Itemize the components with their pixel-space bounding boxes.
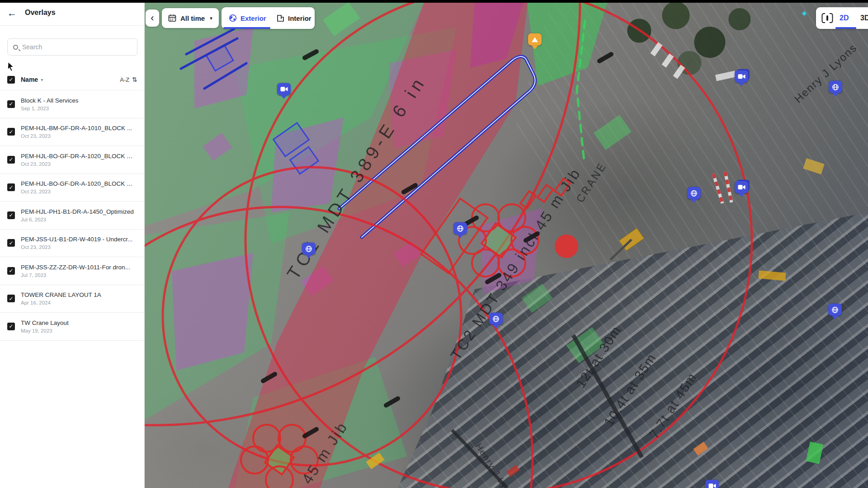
map-label-henry-lyons: Henry J Lyons: [792, 41, 859, 105]
map-overlay-graphics: TC1 MDT 389-E 6 in TC2 MDT 349 incl 45 m…: [145, 0, 868, 488]
sort-arrows-icon: ⇅: [132, 76, 137, 83]
list-item[interactable]: ✓ Block K - All Services Sep 1, 2023: [0, 90, 145, 118]
collapse-panel-button[interactable]: ‹: [146, 9, 159, 27]
tab-interior-label: Interior: [288, 14, 311, 22]
list-item[interactable]: ✓ PEM-HJL-PH1-B1-DR-A-1450_Optimized Jul…: [0, 202, 145, 230]
back-arrow-icon[interactable]: ←: [7, 8, 17, 18]
360-view-marker[interactable]: [302, 243, 316, 255]
item-date: May 19, 2023: [21, 328, 136, 333]
floor-plan-icon: [277, 14, 284, 22]
list-item[interactable]: ✓ PEM-HJL-BM-GF-DR-A-1010_BLOCK ... Oct …: [0, 118, 145, 146]
item-name: PEM-HJL-BO-GF-DR-A-1020_BLOCK O...: [21, 180, 136, 187]
video-camera-marker[interactable]: [735, 181, 748, 193]
active-view-underline: [835, 27, 856, 29]
panel-header: ← Overlays: [0, 0, 144, 26]
exterior-interior-tabs: Exterior Interior: [222, 7, 315, 29]
video-camera-icon: [280, 86, 288, 92]
item-checkbox[interactable]: ✓: [7, 183, 15, 191]
video-camera-icon: [708, 483, 716, 488]
map-label-10t: 10.4t at 35m: [601, 351, 659, 429]
video-camera-icon: [738, 184, 745, 190]
item-checkbox[interactable]: ✓: [7, 239, 15, 247]
tab-exterior-label: Exterior: [241, 14, 266, 22]
360-globe-icon: [457, 225, 464, 232]
item-checkbox[interactable]: ✓: [7, 267, 15, 275]
360-globe-icon: [690, 189, 698, 197]
item-name: TW Crane Layout: [21, 319, 136, 326]
overlay-list: ✓ Block K - All Services Sep 1, 2023 ✓ P…: [0, 90, 145, 341]
search-box[interactable]: [7, 38, 137, 56]
select-all-checkbox[interactable]: ✓: [7, 76, 15, 84]
calendar-icon: [168, 14, 176, 22]
video-camera-marker[interactable]: [705, 480, 719, 488]
360-view-marker[interactable]: [829, 81, 842, 93]
view-toggle-2d[interactable]: 2D: [840, 7, 849, 29]
video-camera-marker[interactable]: [735, 70, 748, 83]
video-camera-marker[interactable]: [277, 83, 291, 95]
panel-title: Overlays: [25, 9, 56, 17]
360-view-marker[interactable]: [687, 187, 701, 199]
active-tab-underline: [223, 27, 270, 29]
tab-exterior[interactable]: Exterior: [229, 7, 266, 29]
360-view-marker[interactable]: [453, 222, 467, 235]
item-checkbox[interactable]: ✓: [7, 128, 15, 136]
360-globe-icon: [305, 245, 312, 252]
warning-triangle-icon: [531, 36, 538, 42]
item-date: Oct 23, 2023: [21, 189, 136, 194]
item-date: Sep 1, 2023: [21, 106, 136, 111]
360-view-marker[interactable]: [828, 304, 842, 316]
name-column-label[interactable]: Name: [21, 76, 38, 83]
list-item[interactable]: ✓ TW Crane Layout May 19, 2023: [0, 313, 145, 341]
split-view-icon[interactable]: [821, 13, 833, 23]
list-item[interactable]: ✓ PEM-HJL-BO-GF-DR-A-1020_BLOCK O... Oct…: [0, 146, 145, 174]
item-date: Oct 23, 2023: [21, 244, 136, 250]
list-item[interactable]: ✓ PEM-JSS-ZZ-ZZ-DR-W-1011-For dron... Ju…: [0, 257, 145, 285]
item-checkbox[interactable]: ✓: [7, 156, 15, 164]
time-filter-button[interactable]: All time ▾: [162, 8, 219, 28]
sparkle-icon: ✦: [801, 9, 807, 19]
search-input[interactable]: [22, 43, 122, 51]
360-globe-icon: [832, 83, 839, 90]
item-checkbox[interactable]: ✓: [7, 323, 15, 330]
item-name: PEM-HJL-PH1-B1-DR-A-1450_Optimized: [21, 208, 136, 215]
video-camera-icon: [738, 74, 745, 80]
list-item[interactable]: ✓ PEM-HJL-BO-GF-DR-A-1020_BLOCK O... Oct…: [0, 174, 145, 202]
map-label-crane: CRANE: [574, 160, 609, 204]
item-checkbox[interactable]: ✓: [7, 211, 15, 219]
list-header: ✓ Name ▾ A-Z ⇅: [0, 69, 145, 90]
item-date: Jul 6, 2023: [21, 217, 136, 222]
360-globe-icon: [492, 315, 500, 322]
top-black-bar: [0, 0, 868, 3]
360-view-marker[interactable]: [489, 313, 503, 325]
chevron-down-icon: ▾: [210, 15, 212, 21]
item-checkbox[interactable]: ✓: [7, 295, 15, 302]
360-globe-icon: [831, 306, 839, 313]
sort-control[interactable]: A-Z ⇅: [120, 76, 137, 83]
warning-marker[interactable]: [528, 33, 542, 46]
item-name: Block K - All Services: [21, 97, 136, 104]
time-filter-label: All time: [180, 14, 205, 22]
item-date: Apr 16, 2024: [21, 300, 136, 305]
item-name: PEM-HJL-BO-GF-DR-A-1020_BLOCK O...: [21, 153, 136, 160]
tab-interior[interactable]: Interior: [277, 7, 311, 29]
item-name: TOWER CRANE LAYOUT 1A: [21, 291, 136, 298]
list-item[interactable]: ✓ TOWER CRANE LAYOUT 1A Apr 16, 2024: [0, 285, 145, 313]
view-mode-toggle: 2D 3D: [816, 7, 868, 29]
item-date: Jul 7, 2023: [21, 272, 136, 278]
globe-icon: [229, 14, 237, 22]
map-label-tc2: TC2 MDT 349 incl 45 m Jib: [447, 164, 584, 363]
chevron-down-icon: ▾: [41, 77, 43, 82]
item-checkbox[interactable]: ✓: [7, 100, 15, 108]
item-name: PEM-JSS-ZZ-ZZ-DR-W-1011-For dron...: [21, 264, 136, 271]
overlays-panel: ← Overlays ✓ Name ▾ A-Z ⇅ ✓ Block K - Al…: [0, 0, 145, 488]
item-name: PEM-HJL-BM-GF-DR-A-1010_BLOCK ...: [21, 125, 136, 131]
map-canvas[interactable]: TC1 MDT 389-E 6 in TC2 MDT 349 incl 45 m…: [145, 0, 868, 488]
search-icon: [13, 45, 18, 50]
map-label-henry-small: Henry J Ly: [473, 441, 510, 488]
sort-label: A-Z: [120, 76, 129, 83]
view-toggle-3d[interactable]: 3D: [860, 7, 868, 29]
item-name: PEM-JSS-U1-B1-DR-W-4019 - Undercr...: [21, 236, 136, 243]
item-date: Oct 23, 2023: [21, 133, 136, 139]
list-item[interactable]: ✓ PEM-JSS-U1-B1-DR-W-4019 - Undercr... O…: [0, 230, 145, 258]
item-date: Oct 23, 2023: [21, 161, 136, 167]
